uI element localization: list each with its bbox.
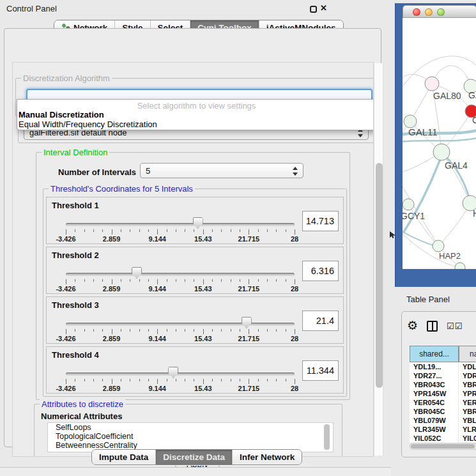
numerical-attributes-list[interactable]: SelfLoopsTopologicalCoefficientBetweenne… (47, 422, 334, 452)
table-row[interactable]: YDR27...YDR2... (410, 371, 476, 380)
list-item[interactable]: TopologicalCoefficient (48, 432, 333, 441)
table-row[interactable]: YER054CYER0... (410, 398, 476, 407)
tick-mark (203, 379, 204, 384)
table-cell[interactable]: YLR3... (459, 425, 476, 434)
tick-label: 21.715 (238, 285, 260, 293)
tab-impute-data[interactable]: Impute Data (92, 450, 156, 464)
table-cell[interactable]: YDL19... (410, 362, 459, 371)
network-edge[interactable] (438, 203, 470, 246)
slider-track[interactable] (66, 372, 295, 376)
tick-mark (212, 379, 213, 381)
table-cell[interactable]: YIL052C (410, 434, 459, 443)
algorithm-option[interactable]: Manual Discretization (19, 110, 104, 119)
tick-mark (286, 329, 286, 332)
threshold-panel: Threshold 3-3.4262.8599.14415.4321.71528… (46, 296, 344, 344)
table-row[interactable]: YBL079WYBL0... (410, 416, 476, 425)
table-cell[interactable]: YIL0... (459, 434, 476, 443)
tick-mark (286, 279, 286, 282)
table-cell[interactable]: YLR345W (410, 425, 459, 434)
tick-mark (203, 279, 204, 284)
table-cell[interactable]: YER0... (459, 398, 476, 407)
column-header[interactable]: shared... (410, 346, 459, 362)
tick-label: 2.859 (103, 235, 121, 243)
tick-mark (102, 279, 103, 282)
zoom-traffic-light[interactable] (437, 8, 445, 16)
tick-mark (276, 379, 277, 381)
threshold-value-input[interactable]: 21.4 (302, 311, 339, 331)
list-item[interactable]: SelfLoops (48, 423, 333, 432)
tick-mark (112, 379, 112, 384)
interval-definition-title: Interval Definition (42, 148, 109, 157)
list-scrollbar[interactable] (324, 424, 330, 450)
minimize-traffic-light[interactable] (425, 8, 433, 16)
threshold-value-input[interactable]: 6.316 (302, 261, 339, 281)
table-cell[interactable]: YDL1... (459, 362, 476, 371)
network-node[interactable] (425, 77, 439, 91)
tab-infer-network[interactable]: Infer Network (233, 450, 302, 464)
slider-thumb[interactable] (242, 317, 252, 328)
table-row[interactable]: YBR045CYBR0... (410, 407, 476, 416)
threshold-value-input[interactable]: 14.713 (302, 211, 339, 231)
column-header[interactable]: na... (459, 346, 476, 362)
gear-icon[interactable]: ⚙ (407, 319, 418, 332)
table-cell[interactable]: YBR043C (410, 380, 459, 389)
tab-label: Impute Data (99, 452, 148, 462)
tab-discretize-data[interactable]: Discretize Data (156, 450, 233, 464)
table-cell[interactable]: YPR1... (459, 389, 476, 398)
main-scrollbar[interactable] (374, 63, 383, 456)
node-table[interactable]: shared...na... YDL19...YDL1...YDR27...YD… (410, 346, 476, 443)
table-cell[interactable]: YER054C (410, 398, 459, 407)
network-edge[interactable] (403, 137, 476, 142)
table-cell[interactable]: YBL0... (459, 416, 476, 425)
list-item[interactable]: BetweennessCentrality (48, 441, 333, 450)
table-hscrollbar-thumb[interactable] (411, 444, 475, 449)
table-cell[interactable]: YBL079W (410, 416, 459, 425)
table-row[interactable]: YPR145WYPR1... (410, 389, 476, 398)
tick-mark (240, 379, 240, 381)
tick-mark (157, 379, 158, 384)
table-cell[interactable]: YPR145W (410, 389, 459, 398)
table-row[interactable]: YIL052CYIL0... (410, 434, 476, 443)
network-node[interactable] (403, 199, 414, 210)
float-window-icon[interactable] (310, 6, 317, 13)
network-edge[interactable] (441, 152, 470, 203)
network-node[interactable] (404, 115, 417, 128)
table-cell[interactable]: YBR0... (459, 407, 476, 416)
slider-thumb[interactable] (193, 217, 203, 229)
tick-mark (157, 229, 158, 234)
tick-mark (130, 229, 130, 232)
network-node[interactable] (455, 263, 465, 269)
table-row[interactable]: YBR043CYBR0... (410, 380, 476, 389)
tick-mark (221, 229, 222, 232)
tick-mark (221, 279, 222, 282)
tick-mark (75, 329, 75, 332)
table-row[interactable]: YDL19...YDL1... (410, 362, 476, 371)
table-cell[interactable]: YDR27... (410, 371, 459, 380)
main-scrollbar-thumb[interactable] (376, 163, 383, 388)
table-row[interactable]: YLR345WYLR3... (410, 425, 476, 434)
slider-track[interactable] (66, 323, 295, 326)
threshold-value-input[interactable]: 11.344 (302, 360, 339, 381)
table-cell[interactable]: YBR045C (410, 407, 459, 416)
network-titlebar[interactable] (403, 5, 476, 18)
slider-track[interactable] (66, 223, 295, 226)
close-icon[interactable]: ✕ (320, 3, 327, 13)
number-of-intervals-combobox[interactable]: 5 (140, 163, 303, 178)
slider-thumb[interactable] (168, 367, 178, 378)
table-hscrollbar[interactable] (410, 443, 476, 450)
table-cell[interactable]: YDR2... (459, 371, 476, 380)
slider-track[interactable] (66, 273, 295, 276)
tick-mark (84, 229, 85, 232)
slider-thumb[interactable] (132, 267, 142, 279)
split-view-icon[interactable] (427, 321, 438, 332)
tick-mark (267, 379, 268, 381)
close-traffic-light[interactable] (413, 8, 420, 16)
network-canvas[interactable]: GAL80GACGAL11GAL4GCY1HHAP2 (403, 18, 476, 269)
checkbox-icons[interactable]: ☑☑ (447, 321, 463, 331)
tick-mark (84, 379, 85, 381)
network-node[interactable] (433, 240, 444, 252)
table-cell[interactable]: YBR0... (459, 380, 476, 389)
network-node[interactable] (433, 144, 450, 160)
algorithm-option[interactable]: Equal Width/Frequency Discretization (19, 119, 157, 129)
tick-label: 28 (291, 235, 298, 243)
